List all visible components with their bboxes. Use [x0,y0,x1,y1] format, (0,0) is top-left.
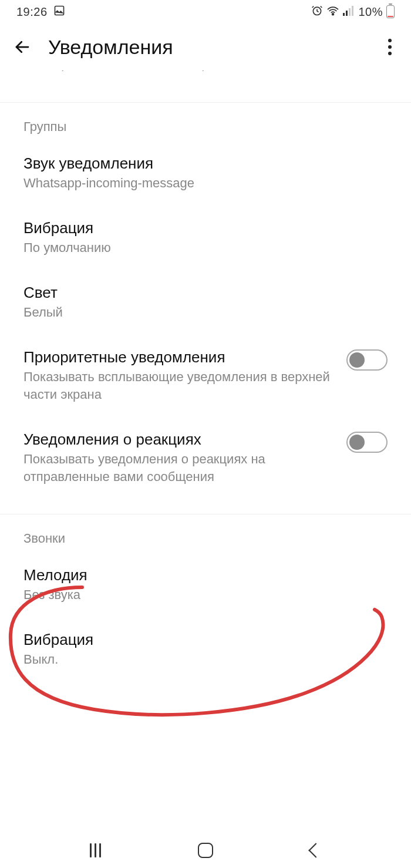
setting-vibration-calls[interactable]: Вибрация Выкл. [0,617,411,681]
reactions-toggle[interactable] [346,432,388,453]
setting-title: Мелодия [23,565,388,585]
svg-point-2 [332,13,334,15]
alarm-icon [311,5,323,19]
battery-icon [386,5,395,18]
setting-title: Звук уведомления [23,153,388,173]
signal-icon [343,5,355,19]
svg-rect-6 [352,6,353,16]
svg-rect-4 [346,11,348,16]
clipped-previous-content: на отправленные вами сообщения [0,70,411,87]
setting-title: Приоритетные уведомления [23,347,337,367]
setting-subtitle: Показывать уведомления о реакциях на отп… [23,450,337,486]
page-title: Уведомления [48,36,365,59]
setting-priority-notifications[interactable]: Приоритетные уведомления Показывать вспл… [0,334,411,416]
battery-percent: 10% [358,5,383,19]
more-options-button[interactable] [382,35,398,59]
wifi-icon [326,5,339,19]
gallery-icon [53,5,65,19]
setting-subtitle: Whatsapp-incoming-message [23,174,388,192]
setting-title: Свет [23,282,388,302]
svg-rect-5 [349,8,351,16]
section-header-groups: Группы [0,103,411,140]
setting-notification-sound[interactable]: Звук уведомления Whatsapp-incoming-messa… [0,140,411,205]
setting-reaction-notifications[interactable]: Уведомления о реакциях Показывать уведом… [0,416,411,499]
status-time: 19:26 [16,5,48,19]
app-bar: Уведомления [0,23,411,70]
setting-subtitle: Без звука [23,586,388,604]
priority-toggle[interactable] [346,349,388,371]
nav-home-button[interactable] [198,843,213,858]
setting-subtitle: Выкл. [23,651,388,668]
setting-title: Вибрация [23,630,388,650]
nav-back-button[interactable] [311,845,321,856]
setting-light[interactable]: Свет Белый [0,270,411,334]
setting-subtitle: Показывать всплывающие уведомления в вер… [23,368,337,403]
setting-subtitle: Белый [23,304,388,321]
status-bar: 19:26 10% [0,0,411,23]
system-nav-bar [0,833,411,868]
setting-title: Уведомления о реакциях [23,429,337,449]
section-header-calls: Звонки [0,514,411,552]
setting-ringtone[interactable]: Мелодия Без звука [0,552,411,617]
setting-subtitle: По умолчанию [23,239,388,257]
setting-vibration-groups[interactable]: Вибрация По умолчанию [0,205,411,270]
setting-title: Вибрация [23,218,388,238]
nav-recents-button[interactable] [90,843,101,857]
svg-rect-0 [55,6,63,15]
svg-rect-3 [343,13,345,16]
back-button[interactable] [13,38,32,56]
